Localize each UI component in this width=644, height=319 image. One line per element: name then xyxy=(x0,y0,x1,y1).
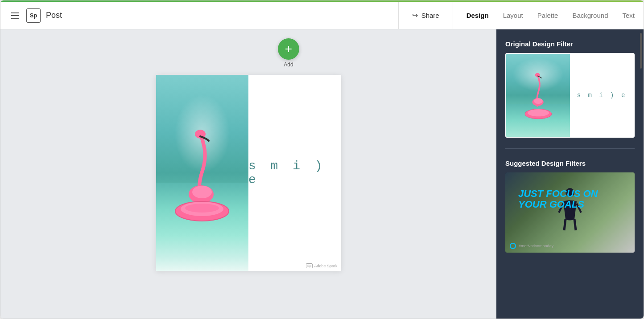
canvas-area: + Add xyxy=(0,29,496,319)
svg-line-15 xyxy=(574,219,576,230)
nav-design[interactable]: Design xyxy=(466,12,489,19)
logo-text: Sp xyxy=(30,12,37,19)
watermark-text: Adobe Spark xyxy=(314,264,337,268)
add-button[interactable]: + xyxy=(278,38,299,60)
watermark: Sp Adobe Spark xyxy=(306,263,338,268)
scrollbar[interactable] xyxy=(640,33,642,69)
add-button-wrapper: + Add xyxy=(278,38,299,68)
post-card: s m i ) e Sp Adobe Spark xyxy=(156,75,341,271)
header-center: ↪ Share xyxy=(398,2,453,29)
app-title: Post xyxy=(46,11,62,20)
watermark-sp: Sp xyxy=(306,263,313,268)
flamingo-bg xyxy=(156,75,249,271)
brand-icon xyxy=(510,243,516,249)
flamingo-ring xyxy=(173,199,231,224)
filter-image-half xyxy=(506,54,570,137)
post-smile-text: s m i ) e xyxy=(248,159,341,187)
right-panel: Original Design Filter xyxy=(496,29,644,319)
filter-text-half: s m i ) e xyxy=(570,54,634,137)
share-icon: ↪ xyxy=(412,11,418,20)
svg-point-10 xyxy=(534,98,543,104)
share-label: Share xyxy=(421,12,439,19)
svg-point-12 xyxy=(528,109,549,116)
section-divider xyxy=(505,148,635,149)
header-left: Sp Post xyxy=(9,8,398,23)
suggested-bg: JUST FOCUS ON YOUR GOALS #motivationmond… xyxy=(505,172,635,253)
app-container: Sp Post ↪ Share Design Layout Palette Ba… xyxy=(0,0,644,319)
main-content: + Add xyxy=(0,29,644,319)
svg-line-14 xyxy=(564,219,566,230)
original-filter-section: Original Design Filter xyxy=(505,40,635,138)
add-label: Add xyxy=(284,61,293,68)
hashtag-text: #motivationmonday xyxy=(519,244,553,248)
svg-point-7 xyxy=(185,204,219,213)
suggested-filter-title: Suggested Design Filters xyxy=(505,160,635,167)
post-image-side xyxy=(156,75,249,271)
original-filter-card[interactable]: s m i ) e xyxy=(505,53,635,138)
menu-icon[interactable] xyxy=(9,11,21,20)
nav-layout[interactable]: Layout xyxy=(503,12,523,19)
suggested-text-overlay: JUST FOCUS ON YOUR GOALS xyxy=(518,188,622,210)
nav-text[interactable]: Text xyxy=(622,12,635,19)
suggested-footer: #motivationmonday xyxy=(510,243,553,249)
filter-smile-text: s m i ) e xyxy=(577,92,627,99)
header: Sp Post ↪ Share Design Layout Palette Ba… xyxy=(0,2,644,29)
suggested-filter-card[interactable]: JUST FOCUS ON YOUR GOALS #motivationmond… xyxy=(505,172,635,253)
share-button[interactable]: ↪ Share xyxy=(412,11,439,20)
suggested-filter-section: Suggested Design Filters xyxy=(505,160,635,253)
nav-background[interactable]: Background xyxy=(572,12,608,19)
filter-ring xyxy=(524,108,553,120)
original-filter-title: Original Design Filter xyxy=(505,40,635,48)
svg-point-2 xyxy=(192,186,212,198)
header-nav: Design Layout Palette Background Text xyxy=(453,12,635,19)
filter-flamingo xyxy=(525,70,552,110)
nav-palette[interactable]: Palette xyxy=(537,12,558,19)
post-text-side: s m i ) e Sp Adobe Spark xyxy=(248,75,341,271)
logo-box: Sp xyxy=(26,8,41,23)
flamingo-svg xyxy=(175,123,229,212)
suggested-headline: JUST FOCUS ON YOUR GOALS xyxy=(518,188,622,210)
